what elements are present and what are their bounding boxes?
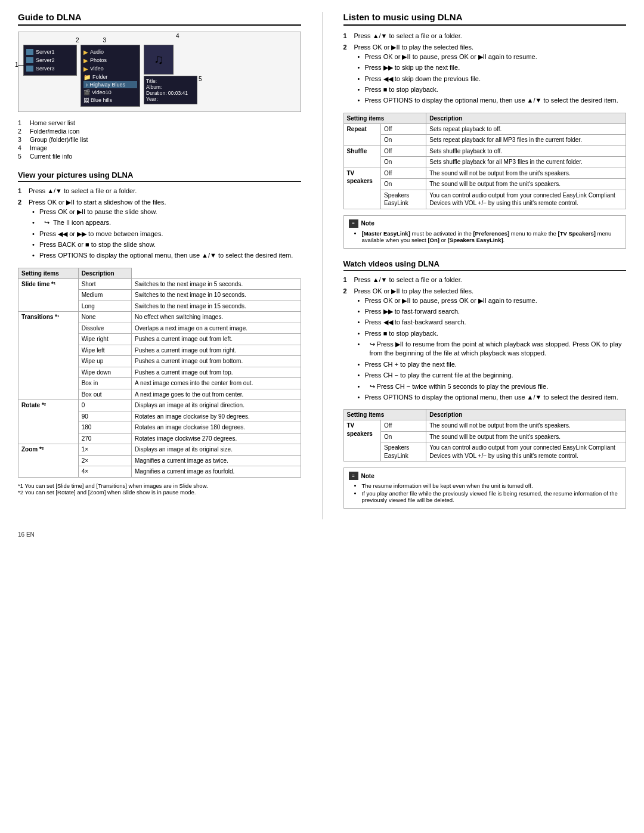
server2-item: Server2 [26,56,74,64]
tv-speakers-video-cell: TV speakers [343,420,381,462]
bullet-stop: Press BACK or ■ to stop the slide show. [39,240,293,249]
table-row: Repeat Off Sets repeat playback to off. [343,123,626,135]
video10-icon: 🎬 [83,89,90,95]
video-col-setting: Setting items [343,410,426,420]
photos-icon: ▶ [83,57,88,64]
watch-step-1: 1 Press ▲/▼ to select a file or a folder… [343,275,627,284]
watch-bullet-options: Press OPTIONS to display the optional me… [365,393,627,402]
right-panel: ♫ 4 Title: Album: Duration: 00:03:41 Yea… [143,45,202,104]
caption-1: 1Home server list [18,119,301,126]
video-col-desc: Description [426,410,626,420]
listen-music-section: Listen to music using DLNA 1 Press ▲/▼ t… [343,12,627,249]
video-icon: ▶ [83,66,88,72]
watch-videos-title: Watch videos using DLNA [343,259,627,271]
watch-bullet-resume: ↪ Press ▶II to resume from the point at … [365,340,627,358]
video-note-icon: ≡ [349,472,358,480]
guide-dlna-title: Guide to DLNA [18,12,301,26]
watch-step-2: 2 Press OK or ▶II to play the selected f… [343,287,627,404]
table-row: On The sound will be output from the uni… [343,431,626,442]
rotate-cell: Rotate *² [18,400,79,444]
caption-5: 5Current file info [18,153,301,160]
listen-bullet-skip-down: Press ◀◀ to skip down the previous file. [365,75,618,83]
view-pictures-section: View your pictures using DLNA 1 Press ▲/… [18,171,301,496]
dlna-diagram: 2 3 1— Server1 Server2 [18,32,301,112]
watch-bullet-ch-minus-prev: ↪ Press CH − twice within 5 seconds to p… [365,382,627,391]
listen-bullet-skip-up: Press ▶▶ to skip up the next file. [365,63,618,72]
watch-videos-steps: 1 Press ▲/▼ to select a file or a folder… [343,275,627,405]
step-2: 2 Press OK or ▶II to start a slideshow o… [18,198,301,262]
right-panel-bottom: Title: Album: Duration: 00:03:41 Year: 5 [143,76,202,104]
repeat-cell: Repeat [343,123,381,145]
caption-2: 2Folder/media icon [18,128,301,135]
view-pictures-title: View your pictures using DLNA [18,171,301,182]
label-4: 4 [176,33,179,63]
table-row: On Sets shuffle playback for all MP3 fil… [343,157,626,168]
file-info-box: Title: Album: Duration: 00:03:41 Year: [144,76,197,104]
slide-time-cell: Slide time *¹ [18,278,79,312]
video-note-bullet-2: If you play another file while the previ… [362,490,621,503]
watch-bullet-ch-minus: Press CH − to play the current file at t… [365,371,627,380]
server1-icon [26,49,33,55]
table-row: On The sound will be output from the uni… [343,179,626,190]
listen-music-steps: 1 Press ▲/▼ to select a file or a folder… [343,32,627,108]
audio-icon: ▶ [83,49,88,55]
table-row: TV speakers Off The sound will not be ou… [343,420,626,432]
view-pictures-table: Setting items Description Slide time *¹S… [18,268,301,478]
table-row: TV speakers Off The sound will not be ou… [343,168,626,179]
audio-item: ▶ Audio [83,48,137,56]
col-setting: Setting items [18,268,79,278]
listen-music-table: Setting items Description Repeat Off Set… [343,113,627,209]
footnote-1: *1 You can set [Slide time] and [Transit… [18,482,301,489]
watch-bullet-ch-plus: Press CH + to play the next file. [365,360,627,369]
video-note-bullet-1: The resume information will be kept even… [362,482,621,489]
label-5: 5 [199,76,202,82]
highway-item: ♪ Highway Blues [83,81,137,88]
music-note-box: ≡ Note [Master EasyLink] must be activat… [343,215,627,249]
watch-bullet-ff: Press ▶▶ to fast-forward search. [365,307,627,316]
listen-bullet-options: Press OPTIONS to display the optional me… [365,96,618,105]
video-item: ▶ Video [83,64,137,73]
watch-bullet-rew: Press ◀◀ to fast-backward search. [365,318,627,327]
music-note-bullets: [Master EasyLink] must be activated in t… [355,230,621,243]
table-row: Shuffle Off Sets shuffle playback to off… [343,145,626,157]
label-3: 3 [103,37,107,44]
info-title: Title: [146,78,195,84]
shuffle-cell: Shuffle [343,145,381,168]
guide-dlna-section: Guide to DLNA 2 3 1— Server1 [18,12,301,160]
file-list: ▶ Audio ▶ Photos ▶ Video 📁 [80,45,140,107]
listen-bullet-stop: Press ■ to stop playback. [365,85,618,94]
music-note-bullet-1: [Master EasyLink] must be activated in t… [362,230,621,243]
watch-bullet-pause: Press OK or ▶II to pause, press OK or ▶I… [365,296,627,305]
table-row: Slide time *¹ShortSwitches to the next i… [18,278,301,290]
column-divider [322,12,323,519]
tv-speakers-music-cell: TV speakers [343,168,381,209]
footnote-2: *2 You can set [Rotate] and [Zoom] when … [18,489,301,496]
info-year: Year: [146,96,195,102]
folder-icon: 📁 [83,74,91,80]
bullet-pause: Press OK or ▶II to pause the slide show. [39,208,293,216]
step-2-bullets: Press OK or ▶II to pause the slide show.… [29,208,293,261]
server3-item: Server3 [26,64,74,73]
label-1: 1— [15,61,24,68]
table-row: On Sets repeat playback for all MP3 file… [343,135,626,146]
watch-videos-section: Watch videos using DLNA 1 Press ▲/▼ to s… [343,259,627,509]
listen-bullet-pause: Press OK or ▶II to pause, press OK or ▶I… [365,52,618,61]
view-pictures-steps: 1 Press ▲/▼ to select a file or a folder… [18,187,301,263]
watch-bullet-stop: Press ■ to stop playback. [365,329,627,338]
watch-videos-table: Setting items Description TV speakers Of… [343,409,627,462]
music-note-icon: ♪ [85,82,88,88]
server-list: Server1 Server2 Server3 [23,45,77,76]
photos-item: ▶ Photos [83,56,137,64]
table-row: Zoom *²1×Displays an image at its origin… [18,444,301,456]
col-desc: Description [78,268,131,278]
bullet-options: Press OPTIONS to display the optional me… [39,251,293,260]
folder-item: 📁 Folder [83,73,137,81]
listen-music-title: Listen to music using DLNA [343,12,627,26]
bluehills-item: 🖼 Blue hills [83,96,137,104]
table-row: Transitions *¹NoneNo effect when switchi… [18,312,301,323]
diagram-top-labels: 2 3 [76,37,296,44]
server2-icon [26,57,33,63]
bullet-move: Press ◀◀ or ▶▶ to move between images. [39,230,293,239]
caption-4: 4Image [18,144,301,151]
video-note-box: ≡ Note The resume information will be ke… [343,467,627,509]
